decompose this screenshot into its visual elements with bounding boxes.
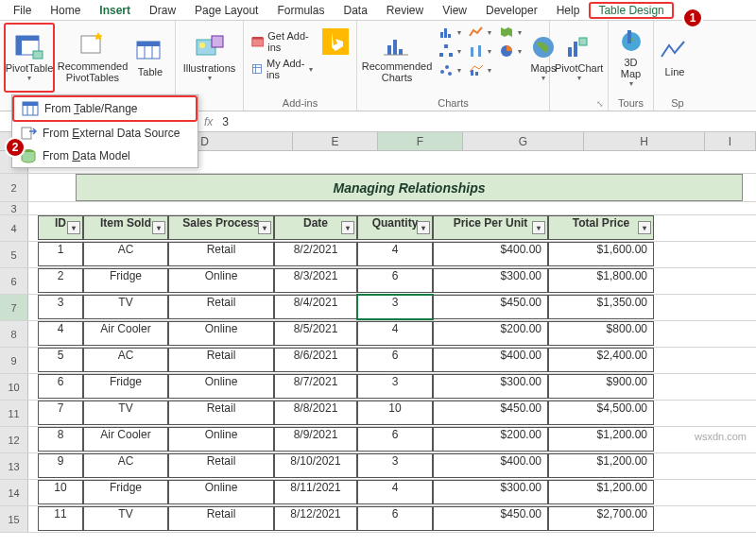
menu-draw[interactable]: Draw [140, 2, 185, 19]
cell-item[interactable]: Fridge [83, 268, 168, 293]
cell-qty[interactable]: 3 [357, 374, 433, 399]
cell-process[interactable]: Online [168, 480, 274, 504]
cell-date[interactable]: 8/8/2021 [274, 401, 357, 425]
chart-pie-button[interactable]: ▾ [495, 42, 525, 60]
cell-date[interactable]: 8/6/2021 [274, 348, 357, 372]
cell-process[interactable]: Online [168, 374, 274, 399]
cell-ppu[interactable]: $400.00 [433, 453, 548, 478]
cell-qty[interactable]: 4 [357, 321, 433, 346]
row-header-5[interactable]: 5 [0, 242, 28, 267]
cell-total[interactable]: $1,800.00 [548, 268, 654, 293]
cell-date[interactable]: 8/5/2021 [274, 321, 357, 346]
my-addins-button[interactable]: My Add-ins ▾ [248, 56, 317, 82]
row-header-13[interactable]: 13 [0, 453, 28, 479]
filter-arrow-icon[interactable]: ▾ [341, 221, 354, 234]
row-header-14[interactable]: 14 [0, 480, 28, 505]
cell-id[interactable]: 11 [38, 506, 83, 531]
cell-item[interactable]: Air Cooler [83, 321, 168, 346]
cell-date[interactable]: 8/3/2021 [274, 268, 357, 293]
cell-date[interactable]: 8/12/2021 [274, 506, 357, 531]
col-header-H[interactable]: H [584, 132, 705, 150]
chart-statistic-button[interactable]: ▾ [465, 42, 495, 60]
formula-value[interactable]: 3 [222, 115, 229, 128]
illustrations-button[interactable]: Illustrations ▾ [180, 23, 239, 93]
menu-formulas[interactable]: Formulas [267, 2, 334, 19]
menu-view[interactable]: View [433, 2, 476, 19]
col-header-G[interactable]: G [463, 132, 584, 150]
sparkline-line-button[interactable]: Line [658, 23, 692, 93]
col-header-F[interactable]: F [378, 132, 463, 150]
cell-ppu[interactable]: $450.00 [433, 295, 548, 319]
cell-id[interactable]: 2 [38, 268, 83, 293]
cell-qty[interactable]: 10 [357, 401, 433, 425]
table-header-item[interactable]: Item Sold▾ [83, 215, 168, 240]
row-header-2[interactable]: 2 [0, 174, 28, 201]
cell-total[interactable]: $1,600.00 [548, 242, 654, 266]
table-header-qty[interactable]: Quantity▾ [357, 215, 433, 240]
cell-total[interactable]: $1,350.00 [548, 295, 654, 319]
dropdown-from-external[interactable]: 2 From External Data Source [12, 122, 198, 145]
cell-date[interactable]: 8/2/2021 [274, 242, 357, 266]
cell-total[interactable]: $4,500.00 [548, 401, 654, 425]
cell-id[interactable]: 4 [38, 321, 83, 346]
menu-developer[interactable]: Developer [476, 2, 547, 19]
table-button[interactable]: Table [130, 23, 170, 93]
col-header-I[interactable]: I [705, 132, 756, 150]
cell-item[interactable]: Air Cooler [83, 427, 168, 452]
cell-ppu[interactable]: $450.00 [433, 401, 548, 425]
cell-qty[interactable]: 6 [357, 427, 433, 452]
cell-process[interactable]: Online [168, 268, 274, 293]
cell-process[interactable]: Retail [168, 242, 274, 266]
chart-combo-button[interactable]: ▾ [465, 60, 495, 79]
dropdown-from-data-model[interactable]: From Data Model [12, 145, 198, 167]
cell-id[interactable]: 10 [38, 480, 83, 504]
fx-label[interactable]: fx [204, 115, 213, 128]
cell-qty[interactable]: 4 [357, 480, 433, 504]
cell-process[interactable]: Online [168, 321, 274, 346]
cell-ppu[interactable]: $400.00 [433, 348, 548, 372]
table-header-process[interactable]: Sales Process▾ [168, 215, 274, 240]
menu-data[interactable]: Data [334, 2, 376, 19]
cell-qty[interactable]: 3 [357, 295, 433, 319]
filter-arrow-icon[interactable]: ▾ [67, 221, 80, 234]
cell-process[interactable]: Retail [168, 348, 274, 372]
cell-item[interactable]: TV [83, 506, 168, 531]
cell-date[interactable]: 8/4/2021 [274, 295, 357, 319]
cell-process[interactable]: Retail [168, 506, 274, 531]
cell-ppu[interactable]: $300.00 [433, 480, 548, 504]
cell-id[interactable]: 3 [38, 295, 83, 319]
cell-item[interactable]: Fridge [83, 374, 168, 399]
cell-item[interactable]: AC [83, 242, 168, 266]
cell-date[interactable]: 8/10/2021 [274, 453, 357, 478]
col-header-E[interactable]: E [293, 132, 378, 150]
cell-qty[interactable]: 3 [357, 453, 433, 478]
cell-item[interactable]: AC [83, 348, 168, 372]
filter-arrow-icon[interactable]: ▾ [152, 221, 165, 234]
cell-total[interactable]: $1,200.00 [548, 453, 654, 478]
cell-id[interactable]: 7 [38, 401, 83, 425]
row-header-12[interactable]: 12 [0, 427, 28, 452]
filter-arrow-icon[interactable]: ▾ [258, 221, 271, 234]
cell-qty[interactable]: 6 [357, 506, 433, 531]
cell-id[interactable]: 9 [38, 453, 83, 478]
table-header-total[interactable]: Total Price▾ [548, 215, 654, 240]
cell-item[interactable]: Fridge [83, 480, 168, 504]
get-addins-button[interactable]: Get Add-ins [248, 28, 317, 55]
cell-id[interactable]: 1 [38, 242, 83, 266]
cell-id[interactable]: 6 [38, 374, 83, 399]
cell-item[interactable]: AC [83, 453, 168, 478]
table-header-date[interactable]: Date▾ [274, 215, 357, 240]
cell-total[interactable]: $2,700.00 [548, 506, 654, 531]
menu-file[interactable]: File [4, 2, 41, 19]
table-header-ppu[interactable]: Price Per Unit▾ [433, 215, 548, 240]
cell-process[interactable]: Retail [168, 401, 274, 425]
cell-date[interactable]: 8/11/2021 [274, 480, 357, 504]
3d-map-button[interactable]: 3DMap▾ [612, 23, 649, 93]
cell-id[interactable]: 5 [38, 348, 83, 372]
sheet-title[interactable]: Managing Relationships [76, 174, 743, 201]
cell-item[interactable]: TV [83, 295, 168, 319]
menu-help[interactable]: Help [547, 2, 590, 19]
cell-item[interactable]: TV [83, 401, 168, 425]
filter-arrow-icon[interactable]: ▾ [638, 221, 651, 234]
cell-total[interactable]: $900.00 [548, 374, 654, 399]
